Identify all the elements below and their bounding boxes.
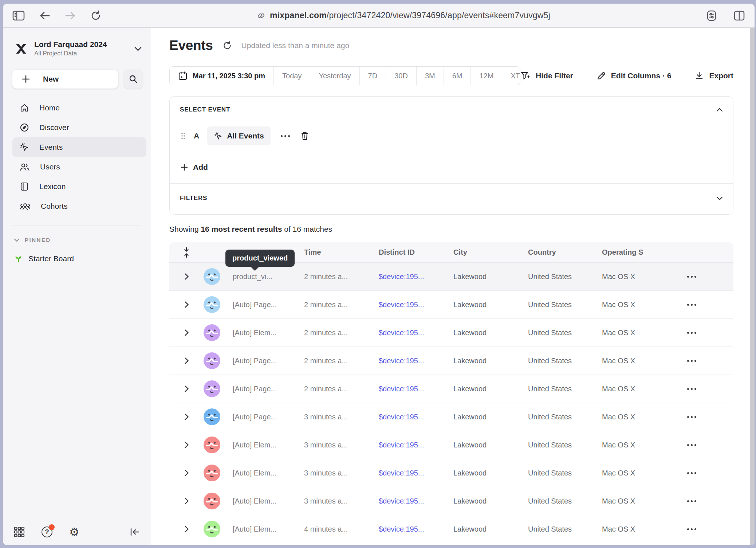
table-row[interactable]: [Auto] Elem... 4 minutes a... $device:19… bbox=[169, 515, 733, 543]
table-row[interactable]: [Auto] Elem... 2 minutes a... $device:19… bbox=[169, 319, 733, 347]
expand-row-icon[interactable] bbox=[182, 383, 191, 395]
page-settings-icon[interactable] bbox=[706, 10, 717, 21]
row-actions-icon[interactable] bbox=[684, 525, 699, 533]
back-icon[interactable] bbox=[39, 11, 50, 20]
event-selector-pill[interactable]: All Events bbox=[207, 126, 271, 145]
row-actions-icon[interactable] bbox=[684, 329, 699, 337]
distinct-id-link[interactable]: $device:195... bbox=[379, 329, 453, 337]
distinct-id-link[interactable]: $device:195... bbox=[379, 441, 453, 449]
column-header-distinct-id[interactable]: Distinct ID bbox=[379, 248, 453, 257]
column-header-country[interactable]: Country bbox=[528, 248, 602, 257]
preset-12m[interactable]: 12M bbox=[470, 67, 502, 85]
expand-row-icon[interactable] bbox=[182, 271, 191, 282]
table-row[interactable]: [Auto] Elem... 3 minutes a... $device:19… bbox=[169, 459, 733, 487]
sidebar-item-cohorts[interactable]: Cohorts bbox=[12, 196, 146, 216]
row-actions-icon[interactable] bbox=[684, 497, 699, 505]
date-picker[interactable]: Mar 11, 2025 3:30 pm bbox=[170, 67, 273, 85]
expand-row-icon[interactable] bbox=[182, 495, 191, 507]
column-header-time[interactable]: Time bbox=[304, 248, 379, 257]
drag-handle-icon[interactable] bbox=[181, 132, 186, 140]
collapse-section-icon[interactable] bbox=[716, 108, 723, 112]
sidebar-item-lexicon[interactable]: Lexicon bbox=[12, 177, 146, 196]
sidebar-item-home[interactable]: Home bbox=[12, 98, 146, 118]
expand-row-icon[interactable] bbox=[182, 411, 191, 423]
expand-row-icon[interactable] bbox=[182, 439, 191, 451]
browser-sidebar-toggle-icon[interactable] bbox=[12, 11, 25, 21]
table-row[interactable]: [Auto] Page... 2 minutes a... $device:19… bbox=[169, 291, 733, 319]
collapse-sidebar-icon[interactable] bbox=[130, 528, 140, 536]
preset-6m[interactable]: 6M bbox=[444, 67, 471, 85]
expand-section-icon[interactable] bbox=[716, 196, 723, 200]
expand-row-icon[interactable] bbox=[182, 299, 191, 310]
row-actions-icon[interactable] bbox=[684, 413, 699, 421]
column-header-city[interactable]: City bbox=[453, 248, 528, 257]
sidebar-item-events[interactable]: Events bbox=[12, 137, 146, 157]
row-actions-icon[interactable] bbox=[684, 385, 699, 393]
add-event-button[interactable]: Add bbox=[181, 163, 208, 172]
table-row[interactable] bbox=[169, 543, 733, 545]
row-actions-icon[interactable] bbox=[684, 273, 699, 281]
event-os: Mac OS X bbox=[602, 441, 675, 449]
events-cursor-icon bbox=[20, 142, 29, 152]
event-os: Mac OS X bbox=[602, 413, 675, 421]
sidebar-item-starter-board[interactable]: Starter Board bbox=[14, 254, 151, 263]
distinct-id-link[interactable]: $device:195... bbox=[379, 413, 453, 421]
scrollbar[interactable] bbox=[750, 28, 755, 545]
distinct-id-link[interactable]: $device:195... bbox=[379, 385, 453, 393]
table-row[interactable]: [Auto] Page... 2 minutes a... $device:19… bbox=[169, 375, 733, 403]
table-row[interactable]: [Auto] Elem... 3 minutes a... $device:19… bbox=[169, 487, 733, 515]
table-row[interactable]: [Auto] Page... 3 minutes a... $device:19… bbox=[169, 403, 733, 431]
preset-7d[interactable]: 7D bbox=[359, 67, 386, 85]
expand-row-icon[interactable] bbox=[182, 523, 191, 535]
event-options-icon[interactable] bbox=[279, 133, 292, 139]
preset-xtd[interactable]: XTD bbox=[502, 67, 520, 85]
preset-3m[interactable]: 3M bbox=[416, 67, 444, 85]
row-actions-icon[interactable] bbox=[684, 441, 699, 449]
settings-gear-icon[interactable] bbox=[69, 527, 79, 538]
split-view-icon[interactable] bbox=[733, 11, 745, 21]
forward-icon[interactable] bbox=[65, 11, 76, 20]
trash-icon[interactable] bbox=[300, 131, 310, 141]
table-row[interactable]: [Auto] Page... 2 minutes a... $device:19… bbox=[169, 347, 733, 375]
apps-grid-icon[interactable] bbox=[14, 527, 25, 537]
expand-row-icon[interactable] bbox=[182, 467, 191, 479]
expand-row-icon[interactable] bbox=[182, 327, 191, 338]
query-builder-card: SELECT EVENT A bbox=[169, 96, 733, 215]
preset-yesterday[interactable]: Yesterday bbox=[310, 67, 359, 85]
export-button[interactable]: Export bbox=[694, 71, 733, 81]
refresh-icon[interactable] bbox=[223, 41, 232, 50]
distinct-id-link[interactable]: $device:195... bbox=[379, 469, 453, 477]
distinct-id-link[interactable]: $device:195... bbox=[379, 357, 453, 365]
table-row[interactable]: [Auto] Elem... 3 minutes a... $device:19… bbox=[169, 431, 733, 459]
distinct-id-link[interactable]: $device:195... bbox=[379, 273, 453, 281]
row-actions-icon[interactable] bbox=[684, 357, 699, 365]
event-country: United States bbox=[528, 497, 602, 505]
sidebar-item-users[interactable]: Users bbox=[12, 157, 146, 177]
column-header-os[interactable]: Operating S bbox=[602, 248, 675, 257]
preset-30d[interactable]: 30D bbox=[386, 67, 416, 85]
project-subtitle: All Project Data bbox=[34, 50, 128, 57]
event-name: [Auto] Elem... bbox=[233, 329, 304, 337]
hide-filter-button[interactable]: Hide Filter bbox=[520, 71, 573, 81]
event-name: [Auto] Elem... bbox=[233, 441, 304, 449]
search-button[interactable] bbox=[124, 70, 143, 89]
distinct-id-link[interactable]: $device:195... bbox=[379, 497, 453, 505]
new-button[interactable]: New bbox=[12, 70, 118, 89]
pinned-section-toggle[interactable]: PINNED bbox=[14, 237, 151, 243]
edit-columns-button[interactable]: Edit Columns · 6 bbox=[596, 71, 672, 81]
distinct-id-link[interactable]: $device:195... bbox=[379, 301, 453, 309]
reload-icon[interactable] bbox=[90, 10, 101, 21]
preset-today[interactable]: Today bbox=[273, 67, 310, 85]
distinct-id-link[interactable]: $device:195... bbox=[379, 525, 453, 533]
sidebar-nav: Home Discover Events bbox=[3, 98, 151, 216]
row-actions-icon[interactable] bbox=[684, 469, 699, 477]
event-name: product_vi... bbox=[233, 273, 304, 281]
sidebar-item-discover[interactable]: Discover bbox=[12, 118, 146, 137]
expand-row-icon[interactable] bbox=[182, 355, 191, 367]
row-actions-icon[interactable] bbox=[684, 301, 699, 309]
project-switcher[interactable]: Lord Farquaad 2024 All Project Data bbox=[3, 28, 151, 57]
url-bar[interactable]: mixpanel.com/project/3472420/view/397469… bbox=[101, 11, 706, 20]
collapse-rows-icon[interactable] bbox=[183, 247, 190, 258]
event-city: Lakewood bbox=[453, 525, 528, 533]
event-os: Mac OS X bbox=[602, 357, 675, 365]
